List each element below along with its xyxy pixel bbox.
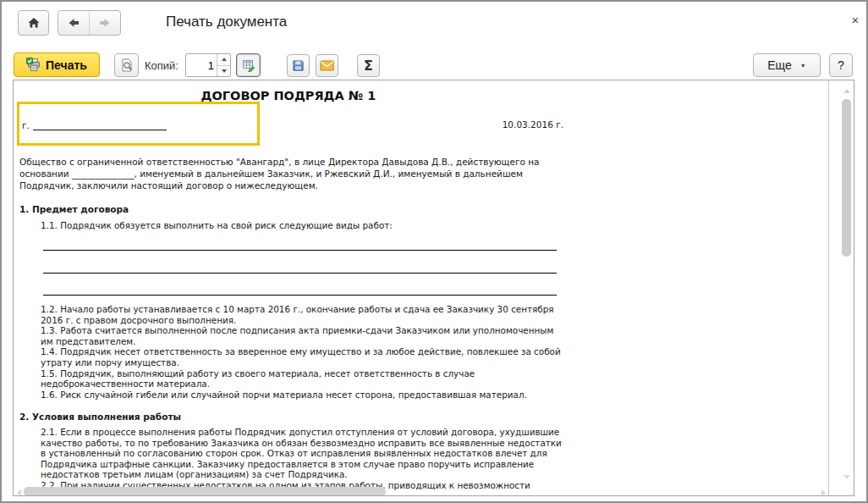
preview-icon [120,58,134,72]
save-button[interactable] [287,54,310,77]
email-icon [320,60,334,71]
section2-heading: 2. Условия выполнения работы [19,412,181,422]
preview-button[interactable] [114,53,139,77]
section1-clauses: 1.2. Начало работы устанавливается с 10 … [41,304,567,400]
sum-button[interactable]: Σ [357,54,380,77]
table-edit-icon [242,58,255,72]
page-edge-line [828,80,829,495]
city-label: г. [22,120,30,130]
more-button[interactable]: Еще ▼ [753,53,821,77]
section1-heading: 1. Предмет договора [19,204,129,214]
copies-input[interactable] [186,54,217,76]
arrow-left-icon [67,16,80,30]
copies-spinner [185,53,231,77]
scroll-left-icon[interactable] [17,489,21,496]
copies-spin-arrows [217,54,230,76]
clause-1-4: 1.4. Подрядчик несет ответственность за … [41,346,567,368]
copies-label: Копий: [145,59,179,72]
page-title: Печать документа [166,14,287,30]
arrow-right-icon [98,16,112,30]
contract-intro: Общество с ограниченной ответственностью… [19,156,571,192]
horizontal-scrollbar-thumb[interactable] [24,487,386,496]
clause-2-1: 2.1. Если в процессе выполнения работы П… [41,427,567,480]
spin-up-icon[interactable] [217,54,230,65]
print-button-label: Печать [46,58,87,72]
vertical-scrollbar-thumb[interactable] [842,99,851,257]
clause-1-1: 1.1. Подрядчик обязуется выполнить на св… [41,220,565,230]
help-button[interactable]: ? [829,53,853,77]
clause-1-3: 1.3. Работа считается выполненной после … [41,325,567,346]
print-button[interactable]: Печать [14,53,100,77]
clause-1-5: 1.5. Подрядчик, выполняющий работу из св… [41,368,567,390]
scroll-down-icon[interactable] [843,475,850,479]
scroll-up-icon[interactable] [843,89,850,93]
blank-fill-line [43,273,557,274]
scroll-right-icon[interactable] [821,489,826,496]
forward-button[interactable] [89,11,120,35]
section2-clauses: 2.1. Если в процессе выполнения работы П… [41,427,567,491]
document-title: ДОГОВОР ПОДРЯДА № 1 [14,89,563,102]
home-button[interactable] [18,10,49,36]
chevron-down-icon: ▼ [800,63,806,69]
print-document-window: Печать документа × Печать Копий: [0,0,868,503]
save-icon [292,59,305,72]
navigation-buttons [58,10,121,36]
more-button-label: Еще [767,58,792,72]
back-button[interactable] [58,11,89,35]
city-fill-line [33,119,167,130]
help-button-label: ? [838,58,844,72]
close-icon[interactable]: × [847,12,864,29]
home-icon [27,16,41,30]
clause-1-2: 1.2. Начало работы устанавливается с 10 … [41,304,567,325]
blank-fill-line [43,295,557,296]
vertical-scrollbar[interactable] [839,80,854,495]
spin-down-icon[interactable] [217,65,230,77]
printer-icon [26,58,41,72]
sigma-icon: Σ [364,58,373,74]
document-preview-area[interactable]: ДОГОВОР ПОДРЯДА № 1 г. 10.03.2016 г. Общ… [13,80,854,496]
blank-fill-line [43,250,557,251]
clause-1-6: 1.6. Риск случайной гибели или случайной… [41,390,567,401]
city-row: г. [22,119,167,130]
email-button[interactable] [316,54,338,77]
document-date: 10.03.2016 г. [386,119,563,130]
edit-table-button[interactable] [236,53,261,77]
